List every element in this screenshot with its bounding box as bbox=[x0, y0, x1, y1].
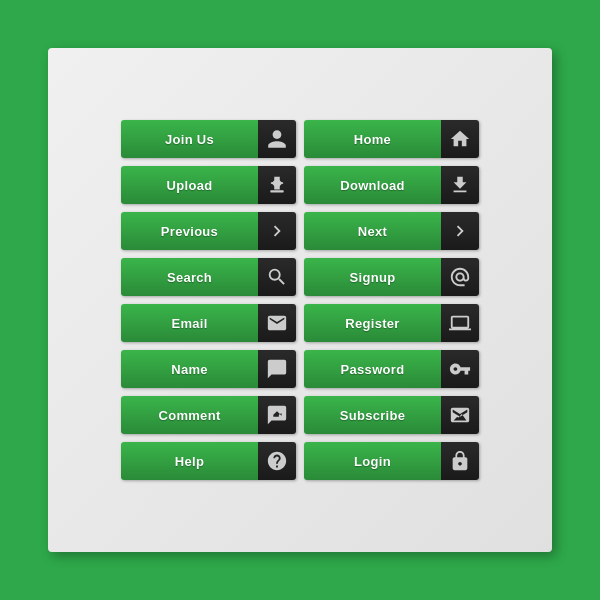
previous-icon bbox=[258, 212, 296, 250]
email-label: Email bbox=[121, 304, 258, 342]
email-button[interactable]: Email bbox=[121, 304, 296, 342]
subscribe-label: Subscribe bbox=[304, 396, 441, 434]
name-button[interactable]: Name bbox=[121, 350, 296, 388]
home-icon bbox=[441, 120, 479, 158]
register-label: Register bbox=[304, 304, 441, 342]
comment-edit-icon bbox=[258, 396, 296, 434]
name-label: Name bbox=[121, 350, 258, 388]
signup-button[interactable]: Signup bbox=[304, 258, 479, 296]
login-button[interactable]: Login bbox=[304, 442, 479, 480]
buttons-grid: Join Us Home Upload Dow bbox=[101, 100, 499, 500]
search-icon bbox=[258, 258, 296, 296]
download-icon bbox=[441, 166, 479, 204]
next-icon bbox=[441, 212, 479, 250]
search-button[interactable]: Search bbox=[121, 258, 296, 296]
password-label: Password bbox=[304, 350, 441, 388]
register-button[interactable]: Register bbox=[304, 304, 479, 342]
next-label: Next bbox=[304, 212, 441, 250]
laptop-icon bbox=[441, 304, 479, 342]
next-button[interactable]: Next bbox=[304, 212, 479, 250]
upload-label: Upload bbox=[121, 166, 258, 204]
login-label: Login bbox=[304, 442, 441, 480]
lock-icon bbox=[441, 442, 479, 480]
upload-icon bbox=[258, 166, 296, 204]
help-button[interactable]: Help bbox=[121, 442, 296, 480]
subscribe-button[interactable]: Subscribe bbox=[304, 396, 479, 434]
search-label: Search bbox=[121, 258, 258, 296]
inner-card: Join Us Home Upload Dow bbox=[48, 48, 552, 552]
help-icon bbox=[258, 442, 296, 480]
comment-label: Comment bbox=[121, 396, 258, 434]
name-icon bbox=[258, 350, 296, 388]
outer-border: Join Us Home Upload Dow bbox=[30, 30, 570, 570]
download-button[interactable]: Download bbox=[304, 166, 479, 204]
password-button[interactable]: Password bbox=[304, 350, 479, 388]
key-icon bbox=[441, 350, 479, 388]
join-us-button[interactable]: Join Us bbox=[121, 120, 296, 158]
comment-button[interactable]: Comment bbox=[121, 396, 296, 434]
help-label: Help bbox=[121, 442, 258, 480]
home-button[interactable]: Home bbox=[304, 120, 479, 158]
email-icon bbox=[258, 304, 296, 342]
user-icon bbox=[258, 120, 296, 158]
previous-button[interactable]: Previous bbox=[121, 212, 296, 250]
at-icon bbox=[441, 258, 479, 296]
join-us-label: Join Us bbox=[121, 120, 258, 158]
previous-label: Previous bbox=[121, 212, 258, 250]
signup-label: Signup bbox=[304, 258, 441, 296]
subscribe-icon bbox=[441, 396, 479, 434]
svg-rect-0 bbox=[271, 191, 284, 193]
home-label: Home bbox=[304, 120, 441, 158]
upload-button[interactable]: Upload bbox=[121, 166, 296, 204]
download-label: Download bbox=[304, 166, 441, 204]
